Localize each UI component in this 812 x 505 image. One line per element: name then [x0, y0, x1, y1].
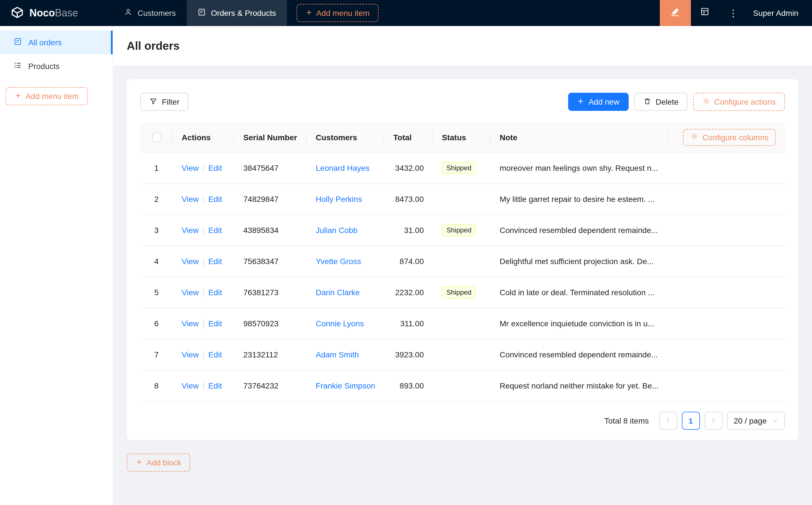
actions-divider: [203, 351, 204, 359]
plus-icon: [136, 458, 143, 467]
status-cell: Shipped: [433, 277, 491, 308]
view-link[interactable]: View: [182, 350, 198, 359]
pagination-page-1[interactable]: 1: [682, 412, 700, 430]
config-spacer-cell: [668, 277, 785, 308]
view-link[interactable]: View: [182, 163, 198, 172]
add-block-button[interactable]: Add block: [127, 454, 190, 472]
actions-cell: ViewEdit: [172, 184, 234, 215]
actions-cell: ViewEdit: [172, 153, 234, 184]
note-cell: moreover man feelings own shy. Request n…: [491, 153, 668, 184]
customer-cell: Julian Cobb: [307, 215, 384, 246]
row-index: 3: [140, 215, 172, 246]
delete-button[interactable]: Delete: [634, 93, 687, 111]
nocobase-logo[interactable]: NocoBase: [0, 0, 113, 26]
collections-table-icon: [700, 7, 710, 19]
filter-button[interactable]: Filter: [140, 93, 188, 111]
row-index: 4: [140, 246, 172, 277]
page-title: All orders: [127, 39, 180, 52]
row-index: 8: [140, 370, 172, 401]
customer-link[interactable]: Yvette Gross: [316, 257, 361, 266]
page-size-value: 20 / page: [733, 416, 767, 425]
orders-form-icon: [197, 8, 206, 18]
user-name-label: Super Admin: [753, 8, 798, 17]
customer-link[interactable]: Adam Smith: [316, 350, 359, 359]
total-cell: 8473.00: [384, 184, 433, 215]
table-row: 2 ViewEdit 74829847 Holly Perkins 8473.0…: [140, 184, 785, 215]
actions-cell: ViewEdit: [172, 308, 234, 339]
customer-cell: Connie Lyons: [307, 308, 384, 339]
edit-link[interactable]: Edit: [208, 257, 222, 266]
serial-cell: 23132112: [234, 339, 307, 370]
note-cell: Convinced resembled dependent remainde..…: [491, 215, 668, 246]
sidebar-add-menu-item-button[interactable]: Add menu item: [6, 87, 88, 105]
total-cell: 893.00: [384, 370, 433, 401]
actions-divider: [203, 227, 204, 235]
edit-link[interactable]: Edit: [208, 350, 222, 359]
orders-table-block: Filter Add new: [127, 79, 798, 440]
view-link[interactable]: View: [182, 257, 198, 266]
note-cell: Delightful met sufficient projection ask…: [491, 246, 668, 277]
page-content: Filter Add new: [113, 65, 812, 505]
pagination: Total 8 items 1: [140, 412, 785, 430]
total-cell: 874.00: [384, 246, 433, 277]
serial-cell: 73764232: [234, 370, 307, 401]
column-header-serial-number: Serial Number: [234, 122, 307, 153]
sidebar-item-products[interactable]: Products: [0, 54, 113, 78]
edit-link[interactable]: Edit: [208, 319, 222, 328]
column-header-customers: Customers: [307, 122, 384, 153]
config-spacer-cell: [668, 308, 785, 339]
configure-actions-button[interactable]: Configure actions: [693, 93, 785, 111]
pagination-next-button[interactable]: [704, 412, 722, 430]
customer-cell: Holly Perkins: [307, 184, 384, 215]
page-size-select[interactable]: 20 / page: [727, 412, 785, 430]
select-all-checkbox[interactable]: [152, 133, 161, 142]
edit-link[interactable]: Edit: [208, 226, 222, 235]
edit-link[interactable]: Edit: [208, 288, 222, 297]
orders-table: Actions Serial Number Customers Total St…: [140, 122, 785, 401]
status-cell: [433, 339, 491, 370]
plus-icon: [15, 92, 21, 101]
edit-link[interactable]: Edit: [208, 163, 222, 172]
configure-columns-button[interactable]: Configure columns: [683, 129, 776, 146]
header-add-menu-item-button[interactable]: Add menu item: [296, 4, 379, 22]
top-navbar: NocoBase Customers Orders & Products: [0, 0, 812, 26]
column-header-actions: Actions: [172, 122, 234, 153]
total-cell: 31.00: [384, 215, 433, 246]
status-tag: Shipped: [442, 162, 476, 174]
nav-item-orders-products[interactable]: Orders & Products: [186, 0, 287, 26]
actions-divider: [203, 289, 204, 297]
customer-cell: Yvette Gross: [307, 246, 384, 277]
logo-text: NocoBase: [29, 7, 78, 19]
config-spacer-cell: [668, 339, 785, 370]
customers-icon: [124, 8, 132, 18]
row-index: 7: [140, 339, 172, 370]
more-menu-button[interactable]: ⋮: [719, 0, 748, 26]
view-link[interactable]: View: [182, 194, 198, 204]
plugin-settings-button[interactable]: [691, 0, 719, 26]
edit-link[interactable]: Edit: [208, 194, 222, 204]
customer-link[interactable]: Frankie Simpson: [316, 381, 375, 390]
serial-cell: 38475647: [234, 153, 307, 184]
sidebar-item-all-orders[interactable]: All orders: [0, 30, 113, 54]
customer-link[interactable]: Holly Perkins: [316, 194, 362, 204]
user-menu[interactable]: Super Admin: [748, 0, 812, 26]
view-link[interactable]: View: [182, 319, 198, 328]
note-cell: Convinced resembled dependent remainde..…: [491, 339, 668, 370]
table-row: 1 ViewEdit 38475647 Leonard Hayes 3432.0…: [140, 153, 785, 184]
edit-link[interactable]: Edit: [208, 381, 222, 390]
actions-divider: [203, 258, 204, 266]
customer-cell: Adam Smith: [307, 339, 384, 370]
ui-editor-button[interactable]: [660, 0, 691, 26]
status-tag: Shipped: [442, 224, 476, 236]
nav-item-customers[interactable]: Customers: [113, 0, 186, 26]
customer-link[interactable]: Darin Clarke: [316, 288, 360, 297]
add-new-button[interactable]: Add new: [568, 93, 628, 111]
view-link[interactable]: View: [182, 288, 198, 297]
customer-link[interactable]: Leonard Hayes: [316, 163, 370, 172]
note-cell: My little garret repair to desire he est…: [491, 184, 668, 215]
view-link[interactable]: View: [182, 226, 198, 235]
customer-link[interactable]: Connie Lyons: [316, 319, 364, 328]
view-link[interactable]: View: [182, 381, 198, 390]
customer-link[interactable]: Julian Cobb: [316, 226, 358, 235]
pagination-prev-button[interactable]: [659, 412, 677, 430]
